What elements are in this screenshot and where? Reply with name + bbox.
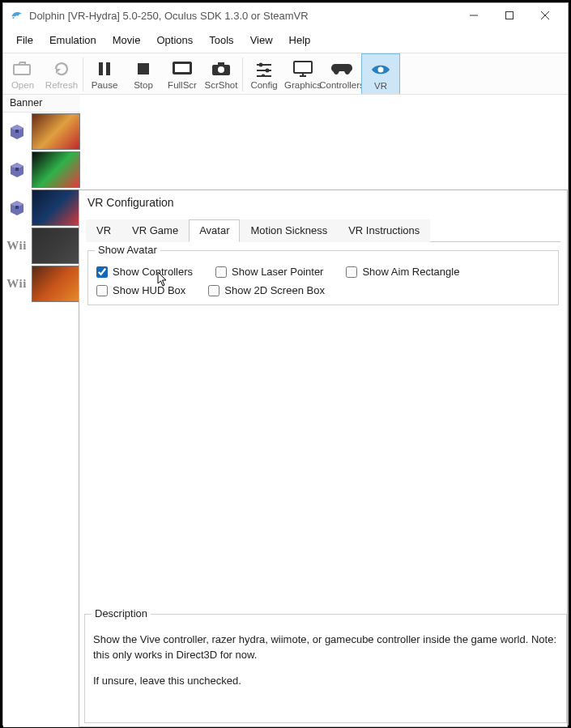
close-button[interactable] bbox=[527, 4, 563, 27]
svg-point-17 bbox=[266, 69, 270, 73]
main-window: Dolphin [VR-Hydra] 5.0-250, Oculus SDK 1… bbox=[2, 2, 569, 726]
svg-rect-8 bbox=[138, 63, 149, 75]
game-banner bbox=[32, 266, 80, 302]
toolbar-stop[interactable]: Stop bbox=[124, 53, 163, 95]
check-show-2d-screen-box[interactable]: Show 2D Screen Box bbox=[208, 284, 325, 296]
checkbox-show-controllers[interactable] bbox=[96, 266, 108, 278]
dolphin-icon bbox=[10, 8, 24, 23]
svg-point-0 bbox=[12, 17, 14, 19]
svg-rect-24 bbox=[15, 130, 19, 133]
svg-rect-20 bbox=[294, 62, 312, 73]
menu-help[interactable]: Help bbox=[281, 31, 319, 49]
description-text: Show the Vive controller, razer hydra, w… bbox=[93, 632, 558, 688]
pause-icon bbox=[96, 58, 113, 79]
tab-vr-instructions[interactable]: VR Instructions bbox=[338, 219, 430, 242]
menu-emulation[interactable]: Emulation bbox=[41, 31, 104, 49]
refresh-icon bbox=[52, 58, 71, 79]
fullscreen-icon bbox=[172, 58, 193, 79]
check-show-laser-pointer[interactable]: Show Laser Pointer bbox=[215, 266, 323, 278]
folder-open-icon bbox=[12, 58, 33, 79]
camera-icon bbox=[211, 58, 232, 79]
checkbox-show-hud-box[interactable] bbox=[96, 285, 108, 296]
menu-movie[interactable]: Movie bbox=[104, 31, 149, 49]
game-row[interactable] bbox=[3, 189, 80, 227]
sliders-icon bbox=[254, 58, 274, 79]
tab-vr[interactable]: VR bbox=[86, 219, 121, 242]
svg-point-19 bbox=[262, 75, 266, 78]
description-legend: Description bbox=[92, 607, 151, 619]
toolbar-graphics[interactable]: Graphics bbox=[283, 53, 322, 95]
toolbar: Open Refresh Pause Stop FullScr ScrShot … bbox=[3, 53, 568, 95]
window-buttons bbox=[456, 4, 563, 27]
svg-point-13 bbox=[218, 66, 224, 73]
game-banner bbox=[32, 151, 80, 188]
checkbox-show-laser-pointer[interactable] bbox=[215, 266, 227, 278]
gamecube-icon bbox=[3, 122, 30, 142]
game-list: WiiWii bbox=[3, 113, 80, 303]
toolbar-open[interactable]: Open bbox=[3, 53, 42, 95]
game-row[interactable]: Wii bbox=[3, 265, 80, 303]
gamecube-icon bbox=[3, 198, 30, 218]
menu-file[interactable]: File bbox=[8, 31, 41, 49]
vr-config-dialog: VR Configuration VR VR Game Avatar Motio… bbox=[79, 189, 568, 727]
svg-rect-6 bbox=[99, 62, 103, 75]
svg-rect-25 bbox=[15, 168, 19, 171]
stop-icon bbox=[134, 58, 152, 79]
toolbar-screenshot[interactable]: ScrShot bbox=[202, 53, 241, 95]
dialog-tabs: VR VR Game Avatar Motion Sickness VR Ins… bbox=[86, 219, 560, 242]
svg-rect-12 bbox=[218, 62, 224, 66]
wii-icon: Wii bbox=[3, 277, 30, 291]
svg-point-23 bbox=[378, 67, 384, 73]
content-area: Banner WiiWii VR Configuration VR VR Gam… bbox=[3, 95, 568, 727]
toolbar-controllers[interactable]: Controllers bbox=[322, 53, 361, 95]
titlebar: Dolphin [VR-Hydra] 5.0-250, Oculus SDK 1… bbox=[3, 3, 568, 28]
show-avatar-legend: Show Avatar bbox=[95, 244, 160, 256]
tab-avatar[interactable]: Avatar bbox=[189, 219, 240, 242]
checkbox-show-aim-rectangle[interactable] bbox=[346, 266, 357, 278]
game-banner bbox=[32, 228, 80, 264]
game-row[interactable] bbox=[3, 113, 80, 151]
eye-icon bbox=[370, 59, 391, 80]
svg-point-15 bbox=[259, 63, 263, 67]
svg-rect-10 bbox=[175, 64, 190, 72]
game-banner bbox=[32, 189, 80, 226]
menubar: File Emulation Movie Options Tools View … bbox=[3, 28, 568, 53]
svg-rect-2 bbox=[506, 12, 513, 19]
gamepad-icon bbox=[330, 58, 353, 79]
menu-options[interactable]: Options bbox=[148, 31, 201, 49]
toolbar-vr[interactable]: VR bbox=[361, 53, 400, 95]
checkbox-show-2d-screen-box[interactable] bbox=[208, 285, 219, 296]
description-group: Description Show the Vive controller, ra… bbox=[84, 614, 567, 723]
gamecube-icon bbox=[3, 160, 30, 180]
svg-rect-26 bbox=[15, 206, 19, 209]
tab-motion-sickness[interactable]: Motion Sickness bbox=[240, 219, 338, 242]
tab-vr-game[interactable]: VR Game bbox=[121, 219, 189, 242]
toolbar-pause[interactable]: Pause bbox=[85, 53, 124, 95]
toolbar-refresh[interactable]: Refresh bbox=[42, 53, 81, 95]
dialog-title: VR Configuration bbox=[79, 190, 567, 214]
game-banner bbox=[32, 113, 80, 150]
menu-view[interactable]: View bbox=[242, 31, 281, 49]
check-show-aim-rectangle[interactable]: Show Aim Rectangle bbox=[346, 266, 459, 278]
menu-tools[interactable]: Tools bbox=[201, 31, 241, 49]
svg-rect-7 bbox=[106, 62, 110, 75]
maximize-button[interactable] bbox=[492, 4, 527, 27]
wii-icon: Wii bbox=[3, 239, 30, 253]
toolbar-config[interactable]: Config bbox=[245, 53, 283, 95]
window-title: Dolphin [VR-Hydra] 5.0-250, Oculus SDK 1… bbox=[29, 10, 456, 22]
toolbar-fullscreen[interactable]: FullScr bbox=[163, 53, 202, 95]
svg-rect-5 bbox=[14, 65, 30, 75]
game-row[interactable] bbox=[3, 151, 80, 189]
dialog-body: VR VR Game Avatar Motion Sickness VR Ins… bbox=[79, 214, 567, 726]
column-header-banner[interactable]: Banner bbox=[3, 95, 80, 113]
show-avatar-group: Show Avatar Show Controllers Show Laser … bbox=[87, 250, 559, 305]
game-row[interactable]: Wii bbox=[3, 227, 80, 265]
monitor-icon bbox=[292, 58, 313, 79]
check-show-controllers[interactable]: Show Controllers bbox=[96, 266, 193, 278]
minimize-button[interactable] bbox=[456, 4, 492, 27]
check-show-hud-box[interactable]: Show HUD Box bbox=[96, 284, 185, 296]
